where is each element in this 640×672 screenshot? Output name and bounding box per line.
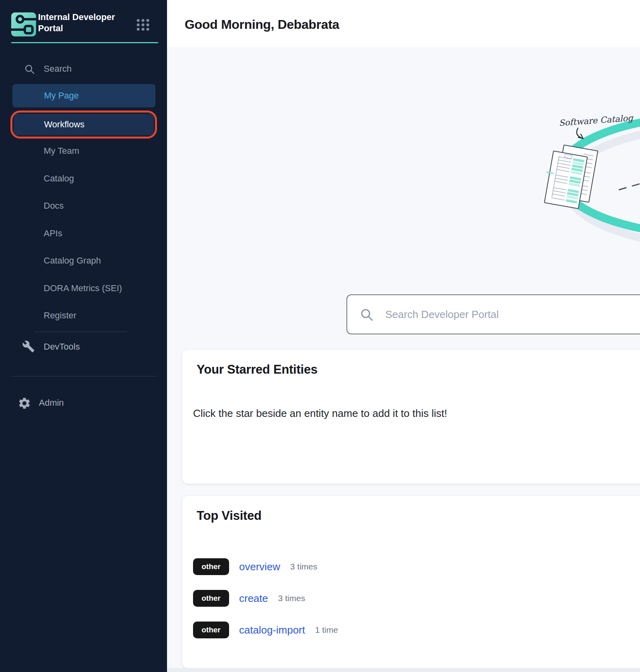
gear-icon — [18, 396, 31, 412]
software-catalog-illustration: Software Catalog — [167, 47, 640, 288]
visit-count: 3 times — [278, 594, 305, 603]
sidebar-item-search[interactable]: Search — [44, 64, 72, 74]
sidebar-item-catalog[interactable]: Catalog — [44, 173, 74, 184]
illustration-label: Software Catalog — [559, 113, 634, 128]
sidebar-divider — [11, 376, 157, 376]
scroll-gutter — [167, 668, 640, 672]
sidebar-item-my-team[interactable]: My Team — [44, 146, 79, 156]
top-visited-card: Top Visited other overview 3 times other… — [182, 496, 640, 668]
entity-link-catalog-import[interactable]: catalog-import — [239, 624, 305, 636]
sidebar-item-dora-metrics[interactable]: DORA Metrics (SEI) — [44, 283, 122, 294]
starred-entities-empty-message: Click the star beside an entity name to … — [193, 407, 447, 420]
sidebar-item-docs[interactable]: Docs — [44, 201, 64, 211]
search-icon — [24, 64, 35, 76]
brand-title: Internal Developer Portal — [38, 12, 132, 34]
entity-kind-badge: other — [193, 558, 229, 575]
entity-kind-badge: other — [193, 622, 229, 638]
sidebar: Internal Developer Portal Search My Page… — [0, 0, 167, 672]
top-visited-list: other overview 3 times other create 3 ti… — [193, 558, 338, 638]
sidebar-item-catalog-graph[interactable]: Catalog Graph — [44, 256, 101, 266]
workflows-annotation-ring: Workflows — [10, 111, 157, 139]
app-logo-icon — [11, 12, 36, 36]
entity-kind-badge: other — [193, 590, 229, 607]
sidebar-item-admin[interactable]: Admin — [39, 398, 64, 408]
visit-count: 3 times — [290, 562, 318, 571]
sidebar-item-apis[interactable]: APIs — [44, 228, 62, 239]
apps-grid-icon[interactable] — [136, 18, 150, 33]
sidebar-item-label: Workflows — [44, 114, 85, 135]
portal-search — [346, 294, 640, 334]
sidebar-item-label: My Page — [44, 84, 79, 107]
sidebar-item-register[interactable]: Register — [44, 310, 76, 321]
list-item: other create 3 times — [193, 590, 338, 607]
entity-link-create[interactable]: create — [239, 592, 268, 605]
starred-entities-card: Your Starred Entities Click the star bes… — [182, 350, 640, 484]
list-item: other overview 3 times — [193, 558, 338, 575]
top-visited-title: Top Visited — [197, 509, 262, 523]
wrench-icon — [22, 340, 35, 354]
portal-search-input[interactable] — [346, 294, 640, 334]
sidebar-item-workflows[interactable]: Workflows — [14, 114, 154, 135]
sidebar-accent-rule — [11, 42, 158, 43]
starred-entities-title: Your Starred Entities — [197, 362, 318, 377]
greeting-title: Good Morning, Debabrata — [185, 17, 339, 32]
sidebar-item-my-page[interactable]: My Page — [12, 84, 155, 107]
visit-count: 1 time — [315, 625, 338, 635]
sidebar-item-devtools[interactable]: DevTools — [44, 342, 80, 352]
sidebar-divider — [34, 332, 127, 332]
list-item: other catalog-import 1 time — [193, 622, 338, 638]
entity-link-overview[interactable]: overview — [239, 561, 280, 573]
